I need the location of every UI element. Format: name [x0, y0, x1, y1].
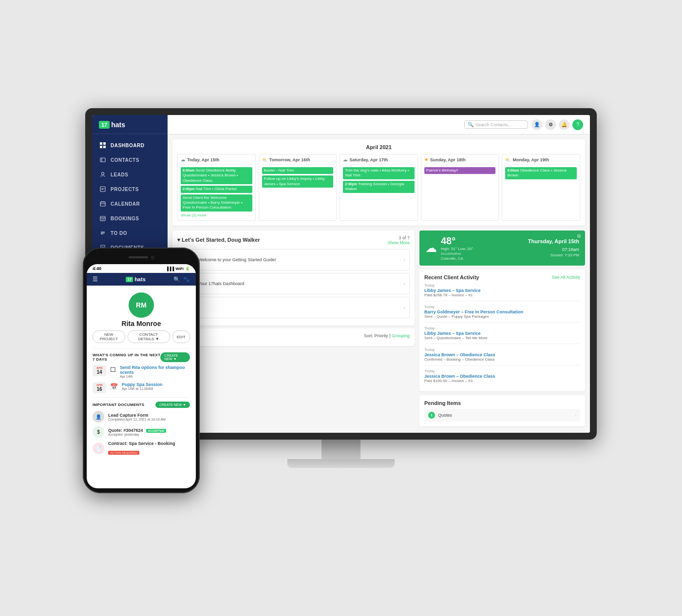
logo-text: hats: [111, 121, 125, 129]
event-desc: Send Client the Welcome Questionnaire • …: [183, 195, 243, 210]
doc-title2: Quote: #3047624 ACCEPTED: [108, 428, 166, 433]
gs-item-guide[interactable]: 17 Welcome to your Getting Started Guide…: [177, 249, 410, 270]
edit-label: EDIT: [177, 335, 186, 339]
chevron-right-pending-icon: ›: [575, 413, 576, 418]
edit-btn[interactable]: EDIT: [172, 330, 190, 343]
doc-text2: Quote: #3047624 ACCEPTED Accepted: yeste…: [108, 428, 166, 436]
contact-details-btn[interactable]: CONTACT DETAILS ▼: [128, 330, 170, 343]
activity-item: Today Jessica Brown – Obedience Class Pa…: [424, 369, 580, 386]
event-desc: Patrick's Birthday!!: [426, 168, 458, 173]
cal-event[interactable]: Send Client the Welcome Questionnaire • …: [181, 194, 252, 212]
svg-rect-7: [100, 187, 105, 192]
activity-when: Today: [424, 369, 580, 373]
cal-event-birthday[interactable]: Patrick's Birthday!!: [424, 167, 496, 174]
sidebar-item-contacts[interactable]: CONTACTS: [92, 153, 168, 167]
sidebar-item-projects[interactable]: PROJECTS: [92, 182, 168, 196]
show-more-btn[interactable]: Show (2) more: [181, 213, 252, 217]
contact-name: Rita Monroe: [93, 320, 190, 327]
chevron-right-icon2: ›: [403, 281, 405, 287]
weather-left: ☁ 48° High: 51° Low: 30° AccuWeather: [425, 235, 473, 261]
day-header-saturday: ☁ Saturday, Apr 17th: [343, 157, 415, 165]
date-day: 14: [95, 369, 104, 375]
cal-event[interactable]: 8:00am Obedience Class • Jessica Brown: [505, 167, 577, 179]
cal-day-saturday: ☁ Saturday, Apr 17th Trim the dog's nail…: [340, 154, 418, 221]
contact-avatar: RM: [129, 292, 154, 318]
activity-header: Recent Client Activity See All Activity: [424, 274, 580, 280]
activity-link[interactable]: Barry Goldmeyer – Free In Person Consult…: [424, 309, 580, 314]
pending-title: Pending Items: [424, 400, 580, 406]
cal-event[interactable]: Follow up on Libby's Inquiry • Libby Jam…: [262, 175, 334, 188]
event-time: 2:30pm: [345, 182, 357, 186]
calendar-icon-phone: 📅: [110, 383, 118, 390]
weather-gear-icon[interactable]: ⚙: [577, 233, 581, 239]
search-bar[interactable]: 🔍 Search Contacts...: [464, 120, 528, 129]
create-doc-btn[interactable]: CREATE NEW ▼: [155, 402, 190, 408]
svg-rect-0: [100, 142, 102, 145]
pending-count-badge: 1: [428, 412, 435, 419]
bookings-label: BOOKINGS: [111, 216, 139, 221]
show-more-link[interactable]: Show More: [387, 240, 410, 245]
sidebar-item-dashboard[interactable]: DASHBOARD: [92, 138, 168, 153]
pending-item-quotes[interactable]: 1 Quotes ›: [424, 409, 580, 422]
sidebar-item-bookings[interactable]: 17 BOOKINGS: [92, 211, 168, 226]
cal-event[interactable]: Trim the dog's nails • Alisa McMurry • N…: [343, 167, 415, 179]
sort-label: Sort: Priority: [364, 333, 388, 338]
search-icon: 🔍: [468, 122, 474, 127]
cal-day-tomorrow: ⛅ Tomorrow, Apr 16th Baxter - Nail Trim …: [259, 154, 337, 221]
help-icon-btn[interactable]: ?: [572, 119, 583, 130]
activity-link[interactable]: Libby James – Spa Service: [424, 288, 580, 293]
person-icon: 👤: [93, 411, 104, 423]
doc-title-text[interactable]: Quote: #3047624: [108, 428, 143, 433]
gs-header: ▾ Let's Get Started, Doug Walker 3 of 7 …: [177, 235, 410, 245]
activity-item: Today Libby James – Spa Service Paid $20…: [424, 283, 580, 301]
day-label-today: Today, Apr 15th: [187, 157, 219, 162]
gs-item-dashboard[interactable]: Your 17hats Dashboard ›: [177, 273, 410, 294]
search-placeholder: Search Contacts...: [475, 122, 512, 127]
phone-paw-icon[interactable]: 🐾: [183, 276, 190, 283]
battery-icon: 🔋: [185, 267, 190, 271]
gs-item-text2: Your 17hats Dashboard: [198, 281, 403, 286]
cal-event[interactable]: 2:30pm Training Session • Georgia Walker: [343, 181, 415, 193]
cal-event[interactable]: 2:00pm Nail Trim • Olivia Parker: [181, 186, 252, 192]
event-time: 8:00am: [183, 169, 194, 172]
grouping-link[interactable]: Grouping: [392, 333, 410, 338]
sidebar-item-leads[interactable]: LEADS: [92, 167, 168, 182]
phone-logo-text: hats: [134, 276, 146, 282]
cal-event[interactable]: Baxter - Nail Trim: [262, 167, 334, 174]
phone-search-icon[interactable]: 🔍: [173, 276, 180, 283]
date-badge2: APR 16: [93, 382, 106, 393]
doc-title-text3[interactable]: Contract: Spa Service - Booking: [108, 441, 175, 446]
activity-link[interactable]: Jessica Brown – Obedience Class: [424, 352, 580, 357]
activity-link[interactable]: Jessica Brown – Obedience Class: [424, 374, 580, 379]
upcoming-item-text2: Puppy Spa Session Apr 16th at 11:00AM: [122, 382, 163, 390]
event-desc: Follow up on Libby's Inquiry • Libby Jam…: [264, 176, 325, 186]
gs-title: ▾ Let's Get Started, Doug Walker: [177, 237, 260, 243]
settings-icon-btn[interactable]: ⚙: [545, 119, 556, 130]
task-sub: Apr 14th: [120, 375, 190, 378]
new-project-btn[interactable]: NEW PROJECT: [93, 330, 125, 343]
chevron-right-icon: ›: [403, 257, 405, 263]
event-time: 8:00am: [507, 169, 519, 172]
todo-header: Sort: Priority | Grouping: [177, 333, 410, 338]
activity-link[interactable]: Libby James – Spa Service: [424, 331, 580, 336]
sidebar-item-todo[interactable]: TO DO: [92, 226, 168, 240]
event-title2[interactable]: Puppy Spa Session: [122, 382, 163, 387]
activity-sub: Paid $208.78 – Invoice – #1: [424, 293, 580, 297]
sidebar-item-calendar[interactable]: CALENDAR: [92, 196, 168, 211]
doc-text3: Contract: Spa Service - Booking ACTION R…: [108, 441, 175, 456]
phone-status-bar: 4:40 ▐▐▐ WiFi 🔋: [87, 264, 196, 273]
create-new-btn[interactable]: CREATE NEW ▼: [160, 352, 190, 362]
see-all-activity-link[interactable]: See All Activity: [551, 275, 580, 280]
date-badge: APR 14: [93, 365, 106, 376]
doc-title[interactable]: Lead Capture Form: [108, 413, 166, 418]
cal-event[interactable]: 8:00am Send Obedience Ability Questionna…: [181, 167, 252, 184]
notifications-icon-btn[interactable]: 🔔: [559, 119, 569, 130]
sidebar-logo: 17 hats: [92, 115, 168, 134]
task-title[interactable]: Send Rita options for shampoo scents: [120, 365, 190, 375]
hamburger-icon[interactable]: ☰: [93, 276, 98, 283]
temp-range: High: 51° Low: 30°: [441, 247, 473, 251]
gs-item-extra[interactable]: ›: [177, 297, 410, 318]
profile-icon-btn[interactable]: 👤: [531, 119, 542, 130]
event-desc: Baxter - Nail Trim: [264, 168, 294, 173]
gs-item-text: Welcome to your Getting Started Guide!: [198, 257, 403, 262]
